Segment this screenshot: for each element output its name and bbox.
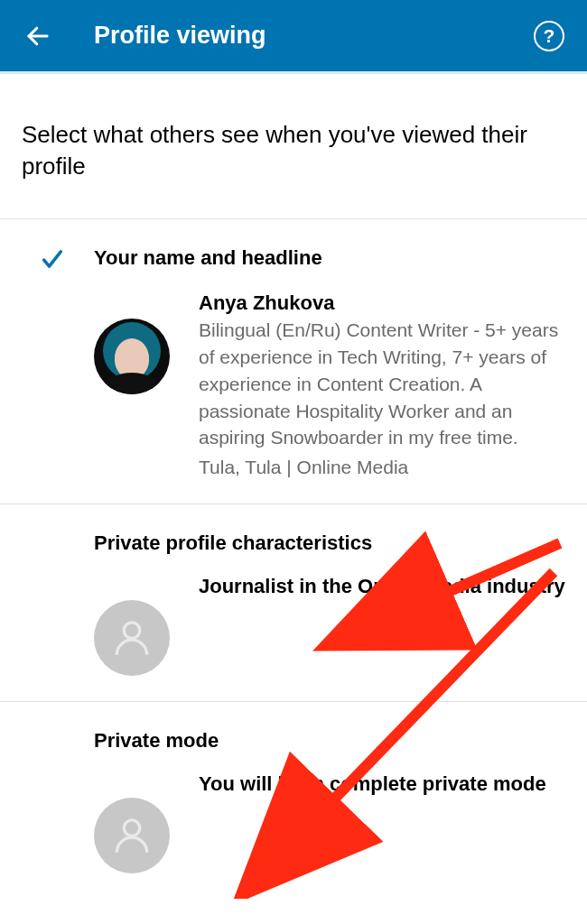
checkmark-icon [40,246,65,272]
svg-point-1 [124,623,140,639]
anonymous-avatar-icon [94,798,170,873]
profile-name: Anya Zhukova [199,291,565,315]
option-title: Private mode [94,729,219,753]
help-button[interactable]: ? [529,16,569,56]
option-description: You will be in complete private mode [199,771,565,799]
option-private-mode[interactable]: Private mode You will be in complete pri… [0,702,587,899]
option-title: Your name and headline [94,246,322,270]
anonymous-avatar-icon [94,600,170,676]
arrow-left-icon [24,23,51,50]
option-full-profile[interactable]: Your name and headline Anya Zhukova Bili… [0,219,587,504]
profile-location: Tula, Tula | Online Media [199,457,565,478]
option-description: Journalist in the Online Media industry [199,573,565,601]
option-semi-private[interactable]: Private profile characteristics Journali… [0,504,587,702]
profile-headline: Bilingual (En/Ru) Content Writer - 5+ ye… [199,317,565,451]
main-content: Select what others see when you've viewe… [0,74,587,899]
option-title: Private profile characteristics [94,531,372,555]
help-icon: ? [534,21,564,51]
svg-point-2 [124,820,140,836]
app-header: Profile viewing ? [0,0,587,74]
page-title: Profile viewing [94,22,529,50]
avatar [94,319,170,394]
instructions-text: Select what others see when you've viewe… [0,74,587,219]
back-button[interactable] [18,16,58,56]
